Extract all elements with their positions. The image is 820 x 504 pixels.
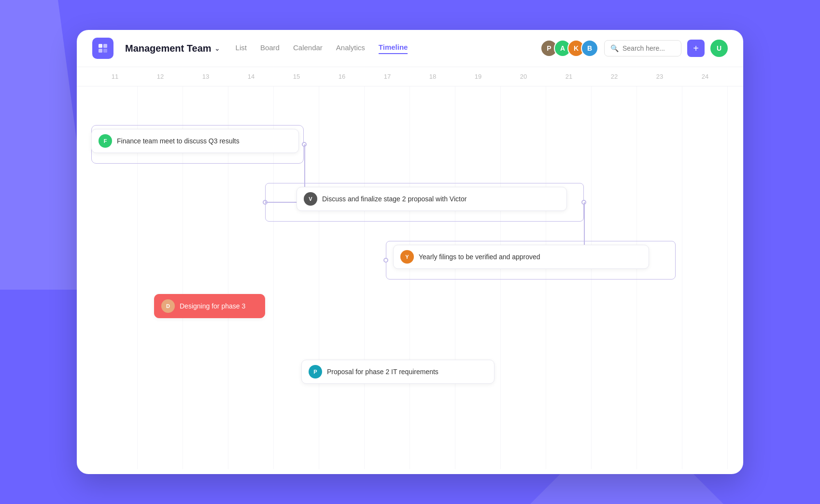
date-col-18: 18	[410, 67, 455, 86]
date-col-11: 11	[92, 67, 138, 86]
date-col-22: 22	[592, 67, 637, 86]
svg-rect-1	[103, 44, 107, 48]
task-card-design[interactable]: D Designing for phase 3	[154, 294, 265, 318]
header-right: P A K B 🔍 + U	[540, 40, 728, 57]
grid-line-14	[682, 86, 728, 469]
tab-calendar[interactable]: Calendar	[293, 43, 323, 54]
add-button[interactable]: +	[687, 40, 705, 57]
timeline-area: 11 12 13 14 15 16 17 18 19 20 21 22 23 2…	[77, 67, 743, 474]
task-avatar-proposal: P	[309, 365, 322, 378]
task-card-stage2[interactable]: V Discuss and finalize stage 2 proposal …	[297, 187, 567, 211]
task-avatar-filings: Y	[400, 250, 414, 264]
team-title-area[interactable]: Management Team ⌄	[125, 43, 220, 54]
date-col-23: 23	[637, 67, 682, 86]
task-card-filings[interactable]: Y Yearly filings to be verified and appr…	[393, 245, 649, 269]
date-col-12: 12	[138, 67, 183, 86]
grid-line-6	[319, 86, 365, 469]
date-col-20: 20	[501, 67, 546, 86]
connector-dot-task3-left	[383, 258, 388, 263]
svg-rect-2	[99, 49, 102, 53]
task-avatar-stage2: V	[304, 192, 317, 206]
team-name: Management Team	[125, 43, 212, 54]
task-card-finance[interactable]: F Finance team meet to discuss Q3 result…	[91, 129, 299, 153]
date-col-17: 17	[365, 67, 410, 86]
date-col-14: 14	[228, 67, 274, 86]
date-col-24: 24	[682, 67, 728, 86]
tab-board[interactable]: Board	[260, 43, 280, 54]
tab-timeline[interactable]: Timeline	[379, 43, 408, 54]
search-input[interactable]	[622, 44, 675, 52]
date-col-16: 16	[319, 67, 365, 86]
task-card-proposal[interactable]: P Proposal for phase 2 IT requirements	[301, 360, 495, 384]
tab-list[interactable]: List	[236, 43, 247, 54]
svg-rect-0	[99, 44, 102, 48]
tab-analytics[interactable]: Analytics	[336, 43, 365, 54]
task-avatar-design: D	[161, 299, 175, 313]
task-label-proposal: Proposal for phase 2 IT requirements	[327, 368, 438, 376]
logo-icon	[92, 38, 113, 59]
timeline-content: F Finance team meet to discuss Q3 result…	[77, 86, 743, 469]
current-user-avatar[interactable]: U	[710, 40, 728, 57]
avatar-user4[interactable]: B	[581, 40, 598, 57]
date-col-15: 15	[274, 67, 319, 86]
task-label-filings: Yearly filings to be verified and approv…	[419, 253, 540, 261]
nav-tabs: List Board Calendar Analytics Timeline	[236, 43, 408, 54]
task-label-design: Designing for phase 3	[180, 302, 245, 310]
date-col-21: 21	[546, 67, 592, 86]
main-card: Management Team ⌄ List Board Calendar An…	[77, 30, 743, 474]
date-col-19: 19	[455, 67, 501, 86]
search-box: 🔍	[604, 40, 681, 56]
date-ruler: 11 12 13 14 15 16 17 18 19 20 21 22 23 2…	[77, 67, 743, 86]
svg-rect-3	[103, 49, 107, 53]
task-label-stage2: Discuss and finalize stage 2 proposal wi…	[322, 195, 467, 203]
avatars-group: P A K B	[540, 40, 598, 57]
search-icon: 🔍	[610, 44, 619, 52]
task-avatar-finance: F	[99, 134, 112, 148]
header: Management Team ⌄ List Board Calendar An…	[77, 30, 743, 67]
task-label-finance: Finance team meet to discuss Q3 results	[117, 137, 240, 145]
date-col-13: 13	[183, 67, 228, 86]
chevron-down-icon: ⌄	[214, 44, 220, 52]
